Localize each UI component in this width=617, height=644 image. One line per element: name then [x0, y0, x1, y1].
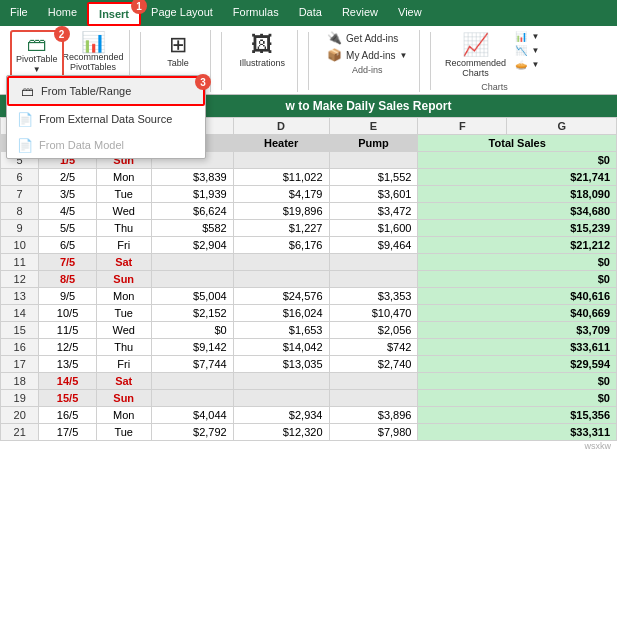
table-row[interactable]: 18 14/5 Sat $0	[1, 373, 617, 390]
total-cell[interactable]: $0	[418, 373, 617, 390]
heater-cell[interactable]: $19,896	[233, 203, 329, 220]
my-addins-button[interactable]: 📦 My Add-ins ▼	[323, 47, 411, 63]
heater-cell[interactable]: $6,176	[233, 237, 329, 254]
table-row[interactable]: 16 12/5 Thu $9,142 $14,042 $742 $33,611	[1, 339, 617, 356]
day-cell[interactable]: Fri	[96, 237, 151, 254]
total-cell[interactable]: $21,741	[418, 169, 617, 186]
from-external-item[interactable]: 📄 From External Data Source	[7, 106, 205, 132]
date-cell[interactable]: 14/5	[39, 373, 96, 390]
pump-cell[interactable]: $2,056	[329, 322, 418, 339]
heater-cell[interactable]	[233, 373, 329, 390]
table-row[interactable]: 6 2/5 Mon $3,839 $11,022 $1,552 $21,741	[1, 169, 617, 186]
total-cell[interactable]: $0	[418, 390, 617, 407]
heater-cell[interactable]	[233, 390, 329, 407]
tab-view[interactable]: View	[388, 2, 432, 26]
ac-cell[interactable]: $9,142	[151, 339, 233, 356]
illustrations-button[interactable]: 🖼 Illustrations	[236, 30, 290, 70]
day-cell[interactable]: Thu	[96, 339, 151, 356]
ac-cell[interactable]: $5,004	[151, 288, 233, 305]
tab-file[interactable]: File	[0, 2, 38, 26]
total-cell[interactable]: $3,709	[418, 322, 617, 339]
total-cell[interactable]: $15,239	[418, 220, 617, 237]
table-row[interactable]: 8 4/5 Wed $6,624 $19,896 $3,472 $34,680	[1, 203, 617, 220]
date-cell[interactable]: 2/5	[39, 169, 96, 186]
tab-insert[interactable]: Insert 1	[87, 2, 141, 26]
col-header-e[interactable]: E	[329, 118, 418, 135]
ac-cell[interactable]: $1,939	[151, 186, 233, 203]
pump-cell[interactable]	[329, 152, 418, 169]
col-header-g[interactable]: G	[507, 118, 617, 135]
table-row[interactable]: 15 11/5 Wed $0 $1,653 $2,056 $3,709	[1, 322, 617, 339]
pump-cell[interactable]: $3,601	[329, 186, 418, 203]
heater-cell[interactable]	[233, 152, 329, 169]
pump-cell[interactable]: $7,980	[329, 424, 418, 441]
tab-formulas[interactable]: Formulas	[223, 2, 289, 26]
date-cell[interactable]: 16/5	[39, 407, 96, 424]
tab-data[interactable]: Data	[289, 2, 332, 26]
ac-cell[interactable]: $2,792	[151, 424, 233, 441]
line-chart-button[interactable]: 📉▼	[511, 44, 543, 57]
ac-cell[interactable]: $7,744	[151, 356, 233, 373]
col-header-f[interactable]: F	[418, 118, 507, 135]
total-cell[interactable]: $34,680	[418, 203, 617, 220]
ac-cell[interactable]: $582	[151, 220, 233, 237]
ac-cell[interactable]	[151, 373, 233, 390]
ac-cell[interactable]: $6,624	[151, 203, 233, 220]
col-header-d[interactable]: D	[233, 118, 329, 135]
heater-cell[interactable]	[233, 271, 329, 288]
pump-cell[interactable]: $9,464	[329, 237, 418, 254]
ac-cell[interactable]: $4,044	[151, 407, 233, 424]
total-cell[interactable]: $0	[418, 152, 617, 169]
date-cell[interactable]: 3/5	[39, 186, 96, 203]
heater-cell[interactable]: $4,179	[233, 186, 329, 203]
date-cell[interactable]: 13/5	[39, 356, 96, 373]
pump-cell[interactable]: $1,552	[329, 169, 418, 186]
pump-cell[interactable]: $3,353	[329, 288, 418, 305]
date-cell[interactable]: 4/5	[39, 203, 96, 220]
date-cell[interactable]: 10/5	[39, 305, 96, 322]
from-table-range-item[interactable]: 🗃 From Table/Range 3	[7, 76, 205, 106]
total-cell[interactable]: $21,212	[418, 237, 617, 254]
pump-cell[interactable]	[329, 373, 418, 390]
pump-cell[interactable]: $1,600	[329, 220, 418, 237]
heater-cell[interactable]: $16,024	[233, 305, 329, 322]
pump-cell[interactable]: $10,470	[329, 305, 418, 322]
total-cell[interactable]: $0	[418, 254, 617, 271]
ac-cell[interactable]	[151, 271, 233, 288]
pump-cell[interactable]: $2,740	[329, 356, 418, 373]
pump-cell[interactable]: $3,472	[329, 203, 418, 220]
table-row[interactable]: 7 3/5 Tue $1,939 $4,179 $3,601 $18,090	[1, 186, 617, 203]
table-row[interactable]: 10 6/5 Fri $2,904 $6,176 $9,464 $21,212	[1, 237, 617, 254]
date-cell[interactable]: 15/5	[39, 390, 96, 407]
pump-cell[interactable]: $742	[329, 339, 418, 356]
day-cell[interactable]: Wed	[96, 322, 151, 339]
heater-cell[interactable]: $12,320	[233, 424, 329, 441]
table-row[interactable]: 9 5/5 Thu $582 $1,227 $1,600 $15,239	[1, 220, 617, 237]
date-cell[interactable]: 11/5	[39, 322, 96, 339]
table-row[interactable]: 14 10/5 Tue $2,152 $16,024 $10,470 $40,6…	[1, 305, 617, 322]
day-cell[interactable]: Sat	[96, 373, 151, 390]
heater-cell[interactable]: $11,022	[233, 169, 329, 186]
day-cell[interactable]: Tue	[96, 424, 151, 441]
pump-cell[interactable]	[329, 271, 418, 288]
day-cell[interactable]: Tue	[96, 305, 151, 322]
date-cell[interactable]: 6/5	[39, 237, 96, 254]
heater-cell[interactable]: $13,035	[233, 356, 329, 373]
day-cell[interactable]: Sun	[96, 390, 151, 407]
heater-cell[interactable]: $14,042	[233, 339, 329, 356]
tab-review[interactable]: Review	[332, 2, 388, 26]
bar-chart-button[interactable]: 📊▼	[511, 30, 543, 43]
date-cell[interactable]: 9/5	[39, 288, 96, 305]
date-cell[interactable]: 5/5	[39, 220, 96, 237]
date-cell[interactable]: 12/5	[39, 339, 96, 356]
day-cell[interactable]: Mon	[96, 169, 151, 186]
day-cell[interactable]: Mon	[96, 407, 151, 424]
total-cell[interactable]: $0	[418, 271, 617, 288]
table-row[interactable]: 12 8/5 Sun $0	[1, 271, 617, 288]
ac-cell[interactable]: $2,904	[151, 237, 233, 254]
total-cell[interactable]: $33,611	[418, 339, 617, 356]
table-row[interactable]: 19 15/5 Sun $0	[1, 390, 617, 407]
get-addins-button[interactable]: 🔌 Get Add-ins	[323, 30, 411, 46]
heater-cell[interactable]: $24,576	[233, 288, 329, 305]
total-cell[interactable]: $29,594	[418, 356, 617, 373]
